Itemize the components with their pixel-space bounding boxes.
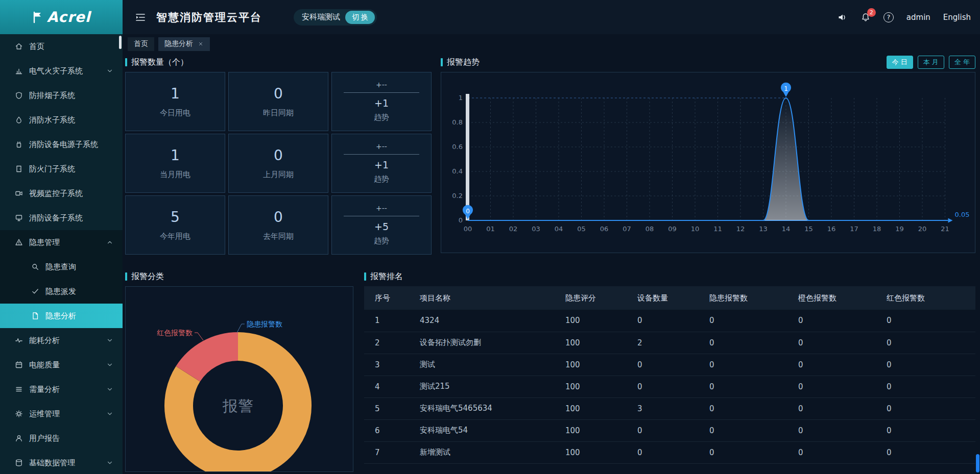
- sidebar-item-14[interactable]: 电能质量: [0, 353, 123, 377]
- sidebar-item-label: 消防设备子系统: [29, 213, 83, 223]
- table-cell: 3: [627, 397, 699, 419]
- sidebar-item-12[interactable]: 隐患分析: [0, 304, 123, 328]
- table-cell: 100: [555, 419, 627, 441]
- tab-close-icon[interactable]: [198, 41, 204, 47]
- sidebar-item-3[interactable]: 防排烟子系统: [0, 83, 123, 108]
- logo[interactable]: Acrel: [0, 0, 123, 34]
- table-cell: 0: [699, 310, 787, 332]
- trend-divider: [344, 92, 419, 93]
- tab-2[interactable]: 隐患分析: [158, 37, 210, 51]
- table-cell: 0: [876, 310, 975, 332]
- sidebar-item-9[interactable]: 隐患管理: [0, 230, 123, 255]
- sidebar: 首页电气火灾子系统防排烟子系统消防水子系统消防设备电源子系统防火门子系统视频监控…: [0, 34, 123, 474]
- notification-bell-icon[interactable]: 2: [861, 12, 871, 22]
- sidebar-item-4[interactable]: 消防水子系统: [0, 108, 123, 132]
- section-title-text: 报警分类: [131, 271, 164, 282]
- sidebar-item-11[interactable]: 隐患派发: [0, 279, 123, 304]
- sidebar-item-8[interactable]: 消防设备子系统: [0, 206, 123, 230]
- trend-value: +1: [374, 159, 389, 170]
- help-icon[interactable]: ?: [883, 12, 894, 22]
- table-cell: 100: [555, 354, 627, 376]
- table-cell: 0: [787, 332, 876, 354]
- sidebar-item-6[interactable]: 防火门子系统: [0, 157, 123, 181]
- alarm-donut-chart[interactable]: 报警隐患报警数红色报警数: [126, 287, 353, 471]
- sidebar-item-17[interactable]: 用户报告: [0, 426, 123, 451]
- chevron-down-icon: [106, 67, 113, 74]
- table-cell: 0: [699, 419, 787, 441]
- svg-text:0.05: 0.05: [955, 211, 970, 218]
- table-row[interactable]: 143241000000: [364, 310, 975, 332]
- main-content: 首页隐患分析 报警数量（个） 1今日用电0昨日同期+--+1趋势1当月用电0上月…: [123, 34, 980, 474]
- sidebar-item-label: 首页: [29, 42, 44, 52]
- svg-text:05: 05: [577, 225, 586, 233]
- table-row[interactable]: 3测试1000000: [364, 354, 975, 376]
- svg-text:隐患报警数: 隐患报警数: [247, 320, 282, 328]
- table-cell: 设备拓扑测试勿删: [409, 332, 555, 354]
- sound-icon[interactable]: [837, 12, 848, 22]
- sidebar-item-label: 用户报告: [29, 434, 60, 443]
- svg-text:1: 1: [459, 94, 463, 102]
- sidebar-item-16[interactable]: 运维管理: [0, 402, 123, 426]
- table-cell: 0: [787, 397, 876, 419]
- alarm-rank-section: 报警排名 序号项目名称隐患评分设备数量隐患报警数橙色报警数红色报警数 14324…: [364, 271, 975, 472]
- trend-range-buttons: 今 日本 月全 年: [887, 56, 975, 69]
- table-cell: 0: [627, 441, 699, 463]
- table-cell: 新增测试: [409, 441, 555, 463]
- page-scrollbar[interactable]: [976, 454, 979, 472]
- table-cell: 0: [876, 441, 975, 463]
- range-button-year[interactable]: 全 年: [949, 56, 975, 69]
- database-icon: [15, 459, 23, 467]
- sidebar-item-2[interactable]: 电气火灾子系统: [0, 59, 123, 83]
- table-cell: 1: [364, 310, 409, 332]
- section-title-text: 报警排名: [370, 271, 403, 282]
- sidebar-collapse-icon[interactable]: [135, 12, 146, 22]
- range-button-month[interactable]: 本 月: [918, 56, 944, 69]
- table-cell: 0: [699, 332, 787, 354]
- table-cell: 0: [876, 419, 975, 441]
- table-cell: 0: [627, 310, 699, 332]
- sidebar-item-18[interactable]: 基础数据管理: [0, 451, 123, 474]
- table-cell: 0: [787, 310, 876, 332]
- stat-label: 趋势: [374, 174, 389, 184]
- sidebar-item-label: 隐患查询: [45, 262, 76, 272]
- sidebar-item-7[interactable]: 视频监控子系统: [0, 181, 123, 206]
- table-row[interactable]: 2设备拓扑测试勿删1002000: [364, 332, 975, 354]
- sidebar-item-13[interactable]: 能耗分析: [0, 328, 123, 353]
- table-row[interactable]: 7新增测试1000000: [364, 441, 975, 463]
- trend-value: +1: [374, 97, 389, 109]
- user-icon: [15, 434, 23, 442]
- user-menu[interactable]: admin: [906, 13, 930, 22]
- language-toggle[interactable]: English: [943, 13, 971, 22]
- table-cell: 0: [627, 419, 699, 441]
- sidebar-item-1[interactable]: 首页: [0, 34, 123, 59]
- sidebar-scrollbar[interactable]: [119, 36, 122, 49]
- table-cell: 4: [364, 376, 409, 397]
- sidebar-item-15[interactable]: 需量分析: [0, 377, 123, 402]
- sidebar-item-5[interactable]: 消防设备电源子系统: [0, 132, 123, 157]
- device-icon: [15, 214, 23, 222]
- table-cell: 0: [787, 441, 876, 463]
- stat-label: 今日用电: [160, 108, 190, 118]
- table-cell: 0: [787, 354, 876, 376]
- tenant-name: 安科瑞测试: [302, 12, 340, 22]
- sidebar-item-label: 电气火灾子系统: [29, 66, 83, 76]
- table-row[interactable]: 6安科瑞电气541000000: [364, 419, 975, 441]
- tenant-switch-button[interactable]: 切 换: [345, 11, 375, 24]
- trend-divider: [344, 154, 419, 155]
- table-cell: 5: [364, 397, 409, 419]
- tab-1[interactable]: 首页: [128, 37, 154, 51]
- column-header: 隐患评分: [555, 286, 627, 310]
- stat-value: 0: [274, 147, 283, 164]
- table-cell: 安科瑞电气5465634: [409, 397, 555, 419]
- alarm-trend-title: 报警趋势 今 日本 月全 年: [441, 57, 975, 68]
- stat-label: 当月用电: [160, 170, 190, 180]
- table-row[interactable]: 5安科瑞电气54656341003000: [364, 397, 975, 419]
- range-button-today[interactable]: 今 日: [887, 56, 913, 69]
- svg-text:13: 13: [759, 225, 768, 233]
- table-row[interactable]: 4测试2151000000: [364, 376, 975, 397]
- sidebar-item-10[interactable]: 隐患查询: [0, 255, 123, 279]
- trend-line-chart[interactable]: 00.20.40.60.810.050001020304050607080910…: [441, 72, 975, 253]
- app-title: 智慧消防管理云平台: [156, 10, 262, 24]
- list-lines-icon: [15, 385, 23, 393]
- table-cell: 100: [555, 397, 627, 419]
